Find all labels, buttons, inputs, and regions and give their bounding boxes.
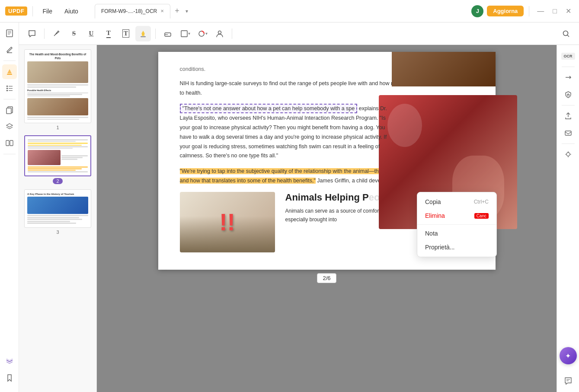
divider-2 — [529, 6, 529, 16]
tab-area: FORM-W9-....-18)_OCR ✕ + ▾ — [95, 4, 468, 19]
menu-file[interactable]: File — [38, 6, 57, 16]
thumbnail-page-2[interactable]: 2 — [22, 135, 93, 184]
top-text-fragment: conditions. — [180, 65, 405, 74]
flower-image: !! — [180, 192, 275, 252]
titlebar: UPDF File Aiuto FORM-W9-....-18)_OCR ✕ +… — [0, 0, 579, 22]
svg-rect-6 — [6, 86, 8, 87]
page3-title: A Key Phase in the History of Tourism — [27, 192, 88, 196]
search-tool-btn[interactable] — [558, 26, 574, 41]
color-tool-btn[interactable]: ▾ — [195, 26, 210, 41]
convert-button[interactable] — [560, 70, 576, 85]
right-divider-1 — [562, 67, 575, 67]
context-menu-delete[interactable]: Elimina Canc — [417, 209, 496, 223]
mail-button[interactable] — [560, 125, 576, 141]
svg-rect-8 — [6, 88, 8, 89]
copy-shortcut: Ctrl+C — [474, 199, 489, 205]
right-divider-2 — [562, 105, 575, 105]
svg-rect-17 — [142, 34, 144, 36]
person-tool-btn[interactable] — [212, 26, 227, 41]
sidebar-icon-stack[interactable] — [2, 354, 17, 369]
sidebar-icon-layers[interactable] — [2, 119, 17, 134]
context-menu-properties[interactable]: Proprietà... — [417, 240, 496, 254]
thumbnail-panel: The Health and Mood-Boosting Benefits of… — [19, 45, 97, 392]
toolbar: S U T T ▾ — [19, 22, 579, 45]
menu-help[interactable]: Aiuto — [60, 6, 83, 16]
eraser-tool-btn[interactable] — [160, 26, 176, 41]
sidebar-icon-compare[interactable] — [2, 136, 17, 150]
scan-button[interactable] — [560, 147, 576, 162]
svg-rect-14 — [6, 140, 9, 146]
protect-button[interactable] — [560, 87, 576, 102]
ocr-button[interactable]: OCR — [560, 48, 576, 64]
app-logo[interactable]: UPDF — [5, 6, 27, 16]
toolbar-sep-3 — [232, 29, 232, 39]
right-divider-3 — [562, 143, 575, 144]
svg-point-24 — [563, 31, 568, 35]
svg-rect-13 — [6, 108, 11, 114]
svg-rect-28 — [565, 131, 571, 135]
sidebar-divider-1 — [3, 61, 16, 61]
sidebar-icon-highlight[interactable] — [2, 64, 17, 79]
page-number-display[interactable]: 2/6 — [317, 273, 336, 283]
sidebar-icon-pages[interactable] — [2, 26, 17, 41]
sidebar-icon-bookmark[interactable] — [2, 370, 17, 385]
svg-rect-21 — [181, 31, 187, 37]
maximize-button[interactable]: □ — [550, 7, 560, 15]
sidebar-divider-2 — [3, 99, 16, 99]
context-menu-sep — [417, 224, 496, 225]
ocr-label: OCR — [561, 53, 575, 60]
thumbnail-page-1[interactable]: The Health and Mood-Boosting Benefits of… — [22, 49, 93, 130]
main-layout: S U T T ▾ — [0, 22, 579, 392]
close-button[interactable]: ✕ — [563, 7, 574, 15]
sidebar-icon-list[interactable] — [2, 81, 17, 96]
tab-close-icon[interactable]: ✕ — [160, 9, 164, 13]
sidebar-icon-annotate[interactable] — [2, 42, 17, 57]
text-outline-tool-btn[interactable]: T — [118, 26, 134, 41]
thumb-num-2: 2 — [53, 178, 62, 184]
doc-view: conditions. NIH is funding large-scale s… — [97, 45, 557, 392]
minimize-button[interactable]: — — [534, 7, 547, 15]
brown-image-top — [392, 52, 496, 86]
context-menu: Copia Ctrl+C Elimina Canc Nota Proprietà… — [417, 192, 497, 257]
shape-tool-btn[interactable]: ▾ — [177, 26, 193, 41]
divider-1 — [32, 6, 33, 16]
svg-rect-18 — [141, 36, 146, 37]
user-avatar[interactable]: J — [471, 5, 483, 17]
toolbar-sep-2 — [155, 29, 156, 39]
delete-badge: Canc — [474, 213, 489, 219]
svg-line-25 — [567, 35, 569, 37]
ai-assistant-button[interactable]: ✦ — [560, 347, 577, 364]
chat-button[interactable] — [560, 373, 576, 389]
underline-tool-btn[interactable]: U — [83, 26, 99, 41]
tab-label: FORM-W9-....-18)_OCR — [101, 8, 157, 14]
comment-tool-btn[interactable] — [24, 26, 40, 41]
text-tool-btn[interactable]: T — [101, 26, 116, 41]
svg-point-29 — [566, 153, 570, 156]
left-sidebar — [0, 22, 19, 392]
svg-point-23 — [218, 31, 221, 34]
svg-rect-15 — [10, 140, 13, 146]
thumb-page-1-content: The Health and Mood-Boosting Benefits of… — [24, 49, 91, 123]
update-button[interactable]: Aggiorna — [487, 6, 524, 16]
sidebar-icon-copy[interactable] — [2, 103, 17, 118]
thumb-num-3: 3 — [56, 229, 59, 235]
context-menu-note[interactable]: Nota — [417, 226, 496, 240]
strikethrough-tool-btn[interactable]: S — [66, 26, 82, 41]
thumb-num-1: 1 — [56, 125, 59, 130]
thumb-page-2-content — [24, 135, 91, 176]
svg-point-27 — [567, 94, 569, 95]
tab-add-icon[interactable]: + — [172, 6, 182, 16]
highlighted-selected-text: "There's not one answer about how a pet … — [180, 104, 358, 113]
right-sidebar: OCR — [557, 45, 579, 392]
svg-rect-10 — [6, 90, 8, 91]
tab-main[interactable]: FORM-W9-....-18)_OCR ✕ — [95, 4, 170, 19]
sidebar-divider-3 — [3, 154, 16, 154]
thumbnail-page-3[interactable]: A Key Phase in the History of Tourism 3 — [22, 189, 93, 235]
pen-tool-btn[interactable] — [49, 26, 64, 41]
context-menu-copy[interactable]: Copia Ctrl+C — [417, 195, 496, 209]
toolbar-sep-1 — [44, 29, 45, 39]
highlight-tool-btn[interactable] — [135, 26, 151, 41]
tab-dropdown-icon[interactable]: ▾ — [186, 8, 188, 14]
quote-continuation: explains Dr. Layla Esposito, who oversee… — [180, 105, 387, 159]
share-button[interactable] — [560, 108, 576, 124]
